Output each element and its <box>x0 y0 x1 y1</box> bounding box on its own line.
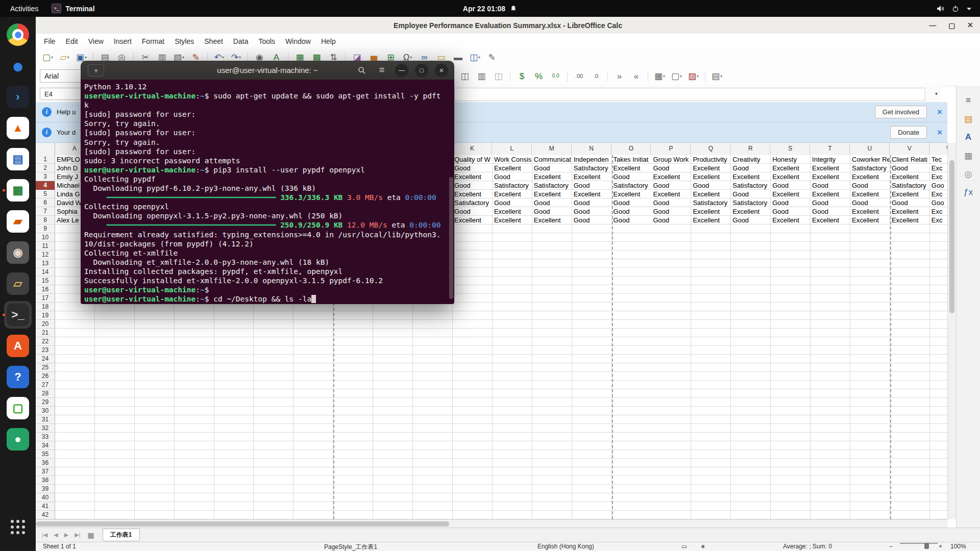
cell[interactable]: Excellent <box>850 216 890 224</box>
cell[interactable]: Good <box>612 198 651 207</box>
average-sum-label[interactable]: Average: ; Sum: 0 <box>783 543 832 550</box>
dock-item-vlc[interactable]: ▲ <box>0 113 36 143</box>
add-decimal-button[interactable]: .00 <box>571 69 587 83</box>
cell[interactable]: Good <box>811 181 850 190</box>
cell[interactable]: Excellent <box>493 190 532 198</box>
cell[interactable]: Good <box>612 172 651 181</box>
cell[interactable]: Productivity <box>691 155 730 164</box>
row-header-9[interactable]: 9 <box>36 224 55 233</box>
row-header-33[interactable]: 33 <box>36 433 55 441</box>
row-header-41[interactable]: 41 <box>36 502 55 511</box>
cell[interactable]: Good <box>532 164 572 172</box>
dock-item-ubuntu-software[interactable]: A <box>0 331 36 361</box>
cell[interactable]: Good <box>811 198 850 207</box>
row-header-22[interactable]: 22 <box>36 337 55 346</box>
infobar-close-icon[interactable]: × <box>937 128 942 138</box>
cell[interactable]: Excellent <box>572 190 611 198</box>
page-style-label[interactable]: PageStyle_工作表1 <box>324 543 377 551</box>
row-header-40[interactable]: 40 <box>36 493 55 502</box>
dock-item-files[interactable]: ▱ <box>0 269 36 298</box>
row-header-38[interactable]: 38 <box>36 476 55 485</box>
cell[interactable]: Exc <box>930 164 947 172</box>
terminal-scrollbar[interactable] <box>449 101 453 301</box>
selection-mode-icon[interactable]: ▭ <box>681 543 687 550</box>
cell[interactable]: Excellent <box>572 172 611 181</box>
column-header-P[interactable]: P <box>652 143 691 155</box>
dock-item-calc[interactable]: ▦ <box>0 176 36 205</box>
cell[interactable]: Excellent <box>612 164 651 172</box>
cell[interactable]: Excellent <box>731 207 770 216</box>
cell[interactable]: Satisfactory <box>572 164 611 172</box>
cell[interactable]: Independen <box>572 155 611 164</box>
cell[interactable]: Excellent <box>811 172 850 181</box>
select-all-corner[interactable] <box>36 143 55 155</box>
row-header-30[interactable]: 30 <box>36 407 55 415</box>
cell[interactable]: Good <box>572 181 611 190</box>
cell[interactable]: Excellent <box>771 164 810 172</box>
zoom-slider[interactable] <box>900 543 938 544</box>
formula-input[interactable] <box>454 88 925 101</box>
cell[interactable]: Good <box>811 207 850 216</box>
increase-indent-button[interactable]: » <box>611 69 627 83</box>
cell[interactable]: Excellent <box>811 216 850 224</box>
row-header-2[interactable]: 2 <box>36 164 55 172</box>
cell[interactable]: Good <box>612 207 651 216</box>
focused-app-menu[interactable]: >_ Terminal <box>52 4 94 13</box>
cell[interactable]: Work Consis <box>493 155 532 164</box>
cell[interactable]: Exc <box>930 207 947 216</box>
row-header-31[interactable]: 31 <box>36 415 55 424</box>
cell[interactable]: Exc <box>930 190 947 198</box>
cell[interactable]: Good <box>691 181 730 190</box>
maximize-button[interactable]: ▢ <box>948 21 955 30</box>
cell[interactable]: Excellent <box>691 190 730 198</box>
terminal-maximize-button[interactable]: ▢ <box>415 64 428 77</box>
cell[interactable]: Excellent <box>532 190 572 198</box>
close-button[interactable]: × <box>967 20 973 31</box>
navigator-deck-icon[interactable]: ◎ <box>960 166 976 182</box>
row-header-34[interactable]: 34 <box>36 441 55 450</box>
cell[interactable]: Excellent <box>493 164 532 172</box>
cell[interactable]: Quality of W <box>453 155 492 164</box>
cell[interactable]: Good <box>652 216 691 224</box>
get-involved-button[interactable]: Get involved <box>875 106 927 118</box>
row-header-26[interactable]: 26 <box>36 372 55 381</box>
cell[interactable]: Satisfactory <box>453 198 492 207</box>
cell[interactable]: Group Work <box>652 155 691 164</box>
cell[interactable]: Excellent <box>850 190 890 198</box>
cell[interactable]: Good <box>652 181 691 190</box>
vertical-scroll-thumb[interactable] <box>949 160 954 313</box>
cell[interactable]: Excellent <box>731 172 770 181</box>
cell[interactable]: Excellent <box>771 190 810 198</box>
terminal-close-button[interactable]: × <box>435 64 448 77</box>
next-sheet-button[interactable]: ▶ <box>64 532 68 538</box>
menu-insert[interactable]: Insert <box>109 35 137 47</box>
cell[interactable]: Excellent <box>890 207 929 216</box>
cell[interactable]: Good <box>652 198 691 207</box>
cell[interactable]: Takes Initiat <box>612 155 651 164</box>
cell[interactable]: Good <box>890 198 929 207</box>
cell[interactable]: Excellent <box>811 190 850 198</box>
add-sheet-button[interactable]: ▦ <box>88 531 94 539</box>
formula-expand-icon[interactable]: ▾ <box>935 91 938 96</box>
new-document-button[interactable]: ▢▾ <box>40 51 56 64</box>
menu-file[interactable]: File <box>39 35 61 47</box>
row-header-37[interactable]: 37 <box>36 467 55 476</box>
dock-item-writer[interactable]: ▤ <box>0 144 36 174</box>
cell[interactable]: Excellent <box>771 172 810 181</box>
border-color-button[interactable]: ▨▾ <box>685 69 701 83</box>
row-header-13[interactable]: 13 <box>36 259 55 268</box>
system-status-area[interactable] <box>937 5 980 12</box>
cell[interactable]: Satisfactory <box>532 181 572 190</box>
merge-cells-button[interactable]: ◫ <box>457 69 473 83</box>
calc-title-bar[interactable]: Employee Performance Evaluation Summary.… <box>36 17 980 34</box>
column-header-S[interactable]: S <box>771 143 810 155</box>
row-header-1[interactable]: 1 <box>36 155 55 164</box>
search-button[interactable] <box>355 64 369 77</box>
format-number-button[interactable]: 0.0 <box>548 69 564 83</box>
cell[interactable]: Good <box>493 172 532 181</box>
row-header-12[interactable]: 12 <box>36 251 55 259</box>
cell[interactable]: Good <box>572 198 611 207</box>
terminal-scroll-thumb[interactable] <box>449 177 453 299</box>
row-header-6[interactable]: 6 <box>36 198 55 207</box>
cell[interactable]: Excellent <box>691 172 730 181</box>
